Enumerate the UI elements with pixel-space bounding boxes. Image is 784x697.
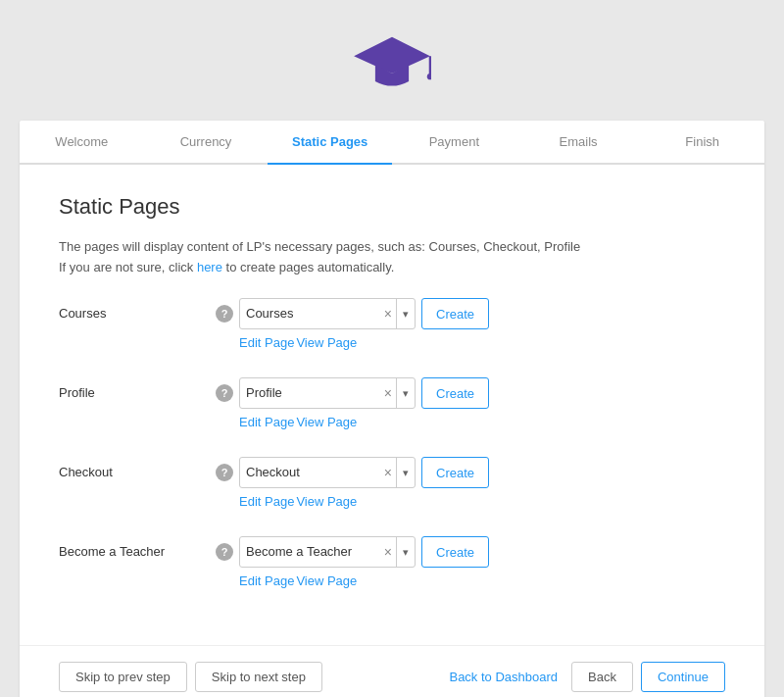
edit-page-profile[interactable]: Edit Page: [239, 415, 294, 429]
content-area: Static Pages The pages will display cont…: [20, 165, 764, 645]
page-wrapper: Welcome Currency Static Pages Payment Em…: [0, 0, 784, 697]
select-checkout[interactable]: Checkout × ▾: [239, 457, 416, 488]
label-become-teacher: Become a Teacher: [59, 536, 216, 559]
select-arrow-profile[interactable]: ▾: [396, 378, 415, 408]
skip-prev-button[interactable]: Skip to prev step: [59, 662, 187, 692]
help-courses: ?: [216, 298, 239, 323]
create-button-courses[interactable]: Create: [421, 298, 489, 329]
svg-marker-0: [354, 37, 430, 74]
help-become-teacher: ?: [216, 536, 239, 561]
form-row-become-teacher: Become a Teacher ? Become a Teacher × ▾ …: [59, 536, 725, 588]
label-profile: Profile: [59, 377, 216, 400]
control-courses: Courses × ▾ Create Edit PageView Page: [239, 298, 725, 350]
select-arrow-checkout[interactable]: ▾: [396, 458, 415, 487]
control-become-teacher: Become a Teacher × ▾ Create Edit PageVie…: [239, 536, 725, 588]
select-clear-checkout[interactable]: ×: [380, 465, 396, 480]
skip-next-button[interactable]: Skip to next step: [195, 662, 322, 692]
description-suffix: to create pages automatically.: [222, 260, 394, 274]
edit-page-checkout[interactable]: Edit Page: [239, 494, 294, 509]
form-rows: Courses ? Courses × ▾ Create: [59, 298, 725, 588]
help-icon-courses[interactable]: ?: [216, 305, 233, 323]
control-checkout: Checkout × ▾ Create Edit PageView Page: [239, 457, 725, 509]
select-value-checkout: Checkout: [240, 457, 380, 488]
select-value-become-teacher: Become a Teacher: [240, 536, 380, 568]
view-page-checkout[interactable]: View Page: [296, 494, 357, 509]
edit-links-profile: Edit PageView Page: [239, 415, 725, 429]
view-page-courses[interactable]: View Page: [296, 335, 357, 350]
wizard-card: Welcome Currency Static Pages Payment Em…: [20, 121, 764, 697]
select-become-teacher[interactable]: Become a Teacher × ▾: [239, 536, 416, 568]
page-title: Static Pages: [59, 194, 725, 220]
footer-right: Back to Dashboard Back Continue: [449, 662, 725, 692]
auto-create-link[interactable]: here: [197, 260, 222, 274]
select-value-profile: Profile: [240, 377, 380, 409]
form-row-checkout: Checkout ? Checkout × ▾ Create: [59, 457, 725, 509]
create-button-profile[interactable]: Create: [421, 377, 489, 409]
edit-page-courses[interactable]: Edit Page: [239, 335, 294, 350]
select-arrow-courses[interactable]: ▾: [396, 299, 415, 328]
select-arrow-become-teacher[interactable]: ▾: [396, 537, 415, 567]
tab-static-pages[interactable]: Static Pages: [268, 121, 392, 163]
tab-welcome[interactable]: Welcome: [20, 121, 144, 163]
view-page-become-teacher[interactable]: View Page: [296, 573, 357, 588]
control-profile: Profile × ▾ Create Edit PageView Page: [239, 377, 725, 429]
edit-links-checkout: Edit PageView Page: [239, 494, 725, 509]
help-profile: ?: [216, 377, 239, 402]
tab-emails[interactable]: Emails: [516, 121, 641, 163]
select-value-courses: Courses: [240, 298, 380, 329]
select-clear-courses[interactable]: ×: [380, 306, 396, 322]
edit-links-become-teacher: Edit PageView Page: [239, 573, 725, 588]
edit-links-courses: Edit PageView Page: [239, 335, 725, 350]
help-icon-become-teacher[interactable]: ?: [216, 543, 233, 561]
select-clear-become-teacher[interactable]: ×: [380, 544, 396, 560]
help-icon-checkout[interactable]: ?: [216, 464, 233, 481]
form-row-profile: Profile ? Profile × ▾ Create: [59, 377, 725, 429]
back-to-dashboard-link[interactable]: Back to Dashboard: [449, 670, 558, 684]
form-row-courses: Courses ? Courses × ▾ Create: [59, 298, 725, 350]
continue-button[interactable]: Continue: [641, 662, 725, 692]
select-courses[interactable]: Courses × ▾: [239, 298, 416, 329]
footer-actions: Skip to prev step Skip to next step Back…: [20, 645, 764, 697]
help-checkout: ?: [216, 457, 239, 481]
label-checkout: Checkout: [59, 457, 216, 479]
back-button[interactable]: Back: [571, 662, 633, 692]
graduation-cap-icon: [353, 29, 431, 98]
view-page-profile[interactable]: View Page: [296, 415, 357, 429]
select-profile[interactable]: Profile × ▾: [239, 377, 416, 409]
select-clear-profile[interactable]: ×: [380, 385, 396, 401]
svg-point-2: [427, 74, 431, 79]
label-courses: Courses: [59, 298, 216, 321]
tab-payment[interactable]: Payment: [392, 121, 516, 163]
tab-currency[interactable]: Currency: [144, 121, 269, 163]
tabs-bar: Welcome Currency Static Pages Payment Em…: [20, 121, 764, 165]
footer-left: Skip to prev step Skip to next step: [59, 662, 322, 692]
help-icon-profile[interactable]: ?: [216, 384, 233, 402]
tab-finish[interactable]: Finish: [640, 121, 764, 163]
edit-page-become-teacher[interactable]: Edit Page: [239, 573, 294, 588]
description-prefix: If you are not sure, click: [59, 260, 197, 274]
create-button-checkout[interactable]: Create: [421, 457, 489, 488]
create-button-become-teacher[interactable]: Create: [421, 536, 489, 568]
logo-area: [353, 29, 431, 101]
description-line2: If you are not sure, click here to creat…: [59, 260, 725, 274]
description-line1: The pages will display content of LP's n…: [59, 239, 725, 254]
